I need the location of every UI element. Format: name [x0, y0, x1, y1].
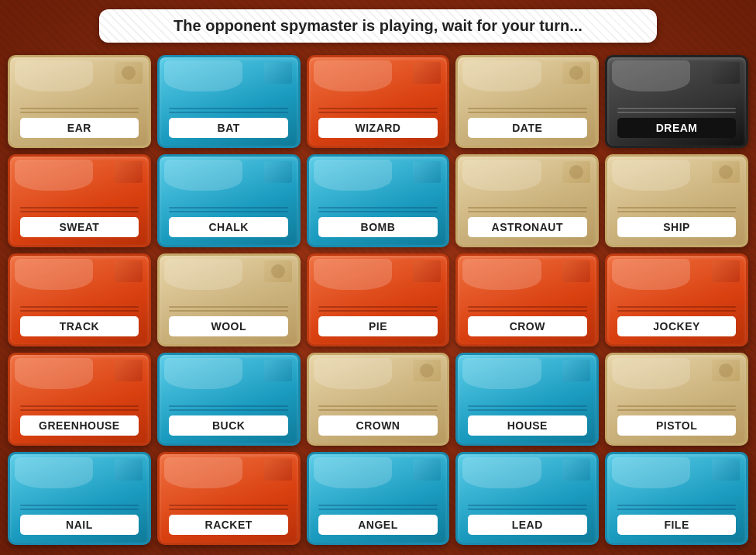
card-icon-crown [413, 360, 441, 381]
card-label-crown: CROWN [356, 419, 400, 432]
card-grid: EARBATWIZARDDATEDREAMSWEATCHALKBOMBASTRO… [0, 49, 756, 551]
card-icon-astronaut [562, 161, 590, 183]
card-track[interactable]: TRACK [8, 253, 151, 346]
card-dream[interactable]: DREAM [605, 55, 748, 148]
card-icon-jockey [712, 260, 740, 282]
card-label-sweat: SWEAT [59, 221, 99, 233]
card-label-file: FILE [664, 519, 689, 531]
card-icon-chalk [264, 161, 292, 183]
card-sweat[interactable]: SWEAT [8, 154, 151, 247]
card-label-bomb: BOMB [361, 221, 396, 233]
card-label-nail: NAIL [66, 519, 93, 531]
card-ship[interactable]: SHIP [605, 154, 748, 247]
card-label-date: DATE [512, 122, 542, 134]
card-lead[interactable]: LEAD [455, 452, 599, 545]
card-crown[interactable]: CROWN [307, 353, 450, 446]
card-icon-track [115, 260, 143, 282]
card-icon-ear [115, 62, 143, 84]
card-chalk[interactable]: CHALK [157, 154, 301, 247]
card-icon-angel [413, 459, 441, 481]
card-label-chalk: CHALK [208, 221, 249, 233]
card-label-dream: DREAM [656, 122, 698, 134]
card-icon-buck [264, 360, 292, 381]
card-label-house: HOUSE [507, 419, 548, 432]
card-file[interactable]: FILE [605, 452, 748, 545]
card-icon-crow [562, 260, 590, 282]
card-house[interactable]: HOUSE [455, 353, 599, 446]
card-label-wizard: WIZARD [355, 122, 400, 134]
card-icon-ship [712, 161, 740, 183]
card-crow[interactable]: CROW [455, 253, 599, 346]
card-label-ship: SHIP [663, 221, 690, 233]
card-icon-sweat [115, 161, 143, 183]
card-pistol[interactable]: PISTOL [605, 353, 748, 446]
card-icon-date [562, 62, 590, 84]
card-icon-dream [712, 62, 740, 84]
card-wizard[interactable]: WIZARD [307, 55, 450, 148]
card-label-bat: BAT [218, 122, 240, 134]
card-label-crow: CROW [510, 320, 545, 333]
card-label-buck: BUCK [212, 419, 245, 432]
card-nail[interactable]: NAIL [8, 452, 151, 545]
card-icon-file [712, 459, 740, 481]
card-icon-pie [413, 260, 441, 282]
card-label-racket: RACKET [205, 519, 253, 531]
card-label-jockey: JOCKEY [653, 320, 700, 333]
card-greenhouse[interactable]: GREENHOUSE [8, 353, 151, 446]
card-angel[interactable]: ANGEL [307, 452, 450, 545]
card-label-pistol: PISTOL [656, 419, 697, 432]
card-racket[interactable]: RACKET [157, 452, 301, 545]
card-wool[interactable]: WOOL [157, 253, 301, 346]
card-label-lead: LEAD [512, 519, 543, 531]
card-icon-pistol [712, 360, 740, 381]
card-label-greenhouse: GREENHOUSE [39, 419, 120, 432]
card-label-angel: ANGEL [358, 519, 398, 531]
card-icon-nail [115, 459, 143, 481]
card-bat[interactable]: BAT [157, 55, 301, 148]
card-icon-house [562, 360, 590, 381]
card-astronaut[interactable]: ASTRONAUT [455, 154, 599, 247]
card-pie[interactable]: PIE [307, 253, 450, 346]
card-label-wool: WOOL [211, 320, 246, 333]
card-label-astronaut: ASTRONAUT [492, 221, 563, 233]
status-bar: The opponent spymaster is playing, wait … [99, 9, 657, 43]
card-ear[interactable]: EAR [8, 55, 151, 148]
card-buck[interactable]: BUCK [157, 353, 301, 446]
card-label-pie: PIE [369, 320, 387, 333]
card-date[interactable]: DATE [455, 55, 599, 148]
card-icon-wool [264, 260, 292, 282]
card-icon-racket [264, 459, 292, 481]
card-icon-bomb [413, 161, 441, 183]
status-message: The opponent spymaster is playing, wait … [174, 17, 582, 34]
card-bomb[interactable]: BOMB [307, 154, 450, 247]
card-icon-bat [264, 62, 292, 84]
card-icon-lead [562, 459, 590, 481]
card-jockey[interactable]: JOCKEY [605, 253, 748, 346]
card-label-track: TRACK [60, 320, 100, 333]
card-label-ear: EAR [67, 122, 91, 134]
card-icon-wizard [413, 62, 441, 84]
card-icon-greenhouse [115, 360, 143, 381]
